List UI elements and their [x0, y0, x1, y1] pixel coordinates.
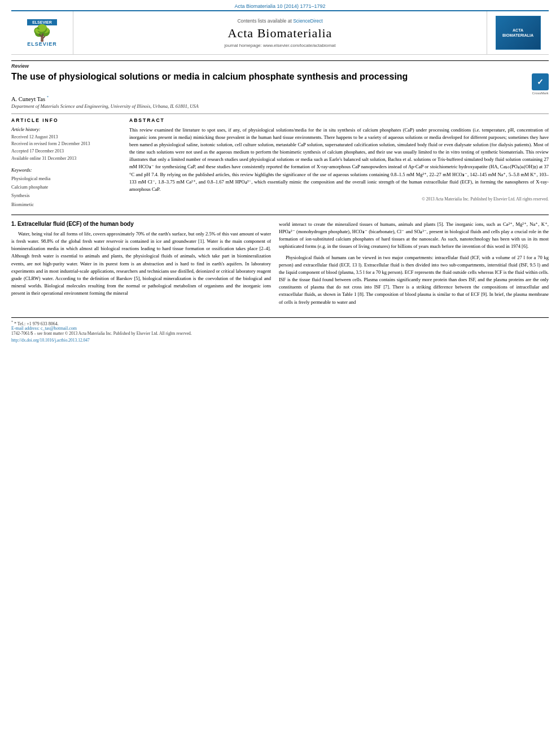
page-wrapper: Acta Biomaterialia 10 (2014) 1771–1792 E… — [0, 0, 560, 344]
section1-heading: 1. Extracellular fluid (ECF) of the huma… — [11, 221, 271, 227]
journal-citation-bar: Acta Biomaterialia 10 (2014) 1771–1792 — [0, 0, 560, 10]
date-accepted: Accepted 17 December 2013 — [11, 148, 121, 155]
page-footer: * * Tel.: +1 979 633 8064. E-mail addres… — [11, 317, 549, 344]
tel-line: * * Tel.: +1 979 633 8064. — [11, 320, 549, 326]
elsevier-name: ELSEVIER — [27, 41, 57, 47]
body-section: 1. Extracellular fluid (ECF) of the huma… — [11, 215, 549, 308]
history-label: Article history: — [11, 126, 121, 132]
crossmark-icon: ✓ — [532, 73, 549, 90]
abstract-text: This review examined the literature to s… — [129, 126, 549, 194]
divider-1 — [11, 113, 549, 114]
homepage-label: journal homepage: www.elsevier.com/locat… — [225, 43, 336, 48]
journal-logo-right: ACTABIOMATERIALIA — [496, 16, 541, 50]
footnote-star: * — [11, 320, 13, 324]
copyright-line: © 2013 Acta Materialia Inc. Published by… — [129, 196, 549, 202]
journal-title-main: Acta Biomaterialia — [228, 26, 333, 41]
abstract-col: Abstract This review examined the litera… — [129, 117, 549, 209]
body-col-left: 1. Extracellular fluid (ECF) of the huma… — [11, 221, 271, 308]
journal-header-right: ACTABIOMATERIALIA — [487, 11, 549, 54]
title-row: The use of physiological solutions or me… — [11, 71, 549, 95]
author-line: A. Cuneyt Tas * — [11, 95, 549, 102]
body-para-right-2: Physiological fluids of humans can be vi… — [279, 254, 549, 306]
keyword-3: Synthesis — [11, 191, 121, 200]
elsevier-logo-area: ELSEVIER 🌳 ELSEVIER — [11, 11, 73, 54]
elsevier-tree-icon: 🌳 — [27, 25, 57, 41]
keyword-1: Physiological media — [11, 174, 121, 183]
footer-issn: 1742-7061/$ – see front matter © 2013 Ac… — [11, 331, 549, 336]
email-line: E-mail address: c_tas@hotmail.com — [11, 326, 549, 331]
sciencedirect-link[interactable]: ScienceDirect — [293, 18, 322, 24]
doi-link[interactable]: http://dx.doi.org/10.1016/j.actbio.2013.… — [11, 338, 90, 343]
author-name: A. Cuneyt Tas — [11, 96, 45, 102]
keyword-2: Calcium phosphate — [11, 183, 121, 191]
crossmark-container: ✓ CrossMark — [532, 73, 549, 95]
abstract-title: Abstract — [129, 117, 549, 123]
article-info-title: Article Info — [11, 117, 121, 123]
keyword-4: Biomimetic — [11, 200, 121, 209]
body-col-right: world interact to create the mineralized… — [279, 221, 549, 308]
issn-text: 1742-7061/$ – see front matter © 2013 Ac… — [11, 331, 192, 336]
tel-text: * Tel.: +1 979 633 8064. — [14, 321, 59, 326]
keywords-section: Keywords: Physiological media Calcium ph… — [11, 167, 121, 209]
article-type-label: Review — [11, 60, 549, 69]
body-para-1: Water, being vital for all forms of life… — [11, 230, 271, 298]
footer-doi: http://dx.doi.org/10.1016/j.actbio.2013.… — [11, 337, 549, 344]
journal-citation: Acta Biomaterialia 10 (2014) 1771–1792 — [234, 3, 325, 9]
article-title: The use of physiological solutions or me… — [11, 71, 408, 83]
info-abstract-layout: Article Info Article history: Received 1… — [11, 117, 549, 209]
article-info-col: Article Info Article history: Received 1… — [11, 117, 121, 209]
date-revised: Received in revised form 2 December 2013 — [11, 141, 121, 148]
date-received: Received 12 August 2013 — [11, 134, 121, 141]
keywords-label: Keywords: — [11, 167, 121, 173]
author-sup: * — [47, 95, 49, 99]
contents-text: Contents lists available at — [237, 18, 291, 24]
body-para-right-1: world interact to create the mineralized… — [279, 221, 549, 251]
elsevier-logo: ELSEVIER 🌳 ELSEVIER — [27, 19, 57, 47]
article-content: Review The use of physiological solution… — [11, 60, 549, 308]
journal-homepage-line: journal homepage: www.elsevier.com/locat… — [225, 43, 336, 48]
date-available: Available online 31 December 2013 — [11, 155, 121, 163]
contents-line: Contents lists available at ScienceDirec… — [237, 18, 322, 24]
journal-header: ELSEVIER 🌳 ELSEVIER Contents lists avail… — [11, 10, 549, 55]
journal-header-center: Contents lists available at ScienceDirec… — [73, 11, 487, 54]
affiliation-line: Department of Materials Science and Engi… — [11, 103, 549, 109]
crossmark-label: CrossMark — [532, 91, 548, 95]
journal-logo-right-text: ACTABIOMATERIALIA — [502, 28, 533, 38]
